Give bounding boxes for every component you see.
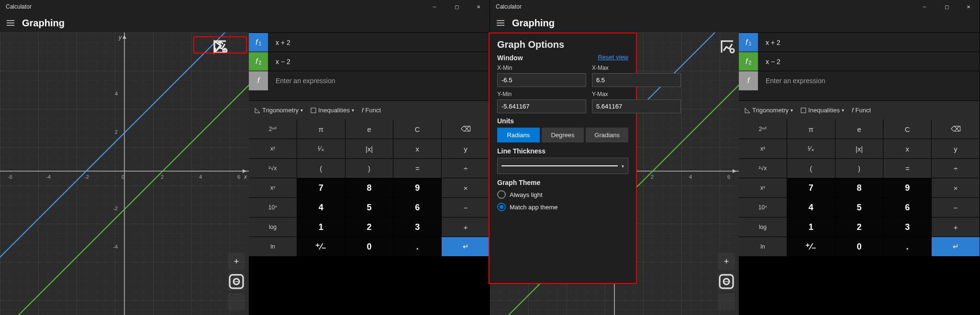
key-abs[interactable]: |x|	[835, 139, 883, 158]
key-ln[interactable]: ln	[739, 237, 787, 256]
key-6[interactable]: 6	[883, 198, 931, 217]
key-divide[interactable]: ÷	[932, 159, 980, 178]
key-reciprocal[interactable]: ¹⁄ₓ	[787, 139, 835, 158]
fit-view-button[interactable]	[718, 293, 735, 310]
key-abs[interactable]: |x|	[345, 139, 393, 158]
category-trigonometry[interactable]: Trigonometry▾	[742, 107, 796, 114]
key-plus[interactable]: +	[932, 217, 980, 237]
xmin-input[interactable]	[497, 73, 586, 87]
key-2[interactable]: 2	[835, 217, 883, 237]
key-minus[interactable]: −	[932, 198, 980, 217]
key-x-to-y[interactable]: xʸ	[739, 178, 787, 197]
key-enter[interactable]: ↵	[932, 237, 980, 256]
theme-always-light[interactable]: Always light	[497, 190, 628, 199]
function-row[interactable]: f2 x − 2	[739, 52, 980, 71]
key-open-paren[interactable]: (	[787, 159, 835, 178]
maximize-button[interactable]: ▢	[445, 0, 468, 13]
category-trigonometry[interactable]: Trigonometry▾	[252, 107, 306, 114]
minimize-button[interactable]: ─	[423, 0, 445, 13]
key-sqrt[interactable]: ²√x	[739, 159, 787, 178]
key-var-y[interactable]: y	[932, 139, 980, 158]
category-functions[interactable]: fFunct	[849, 107, 874, 114]
close-button[interactable]: ✕	[468, 0, 490, 13]
function-row[interactable]: f Enter an expression	[739, 71, 980, 90]
key-8[interactable]: 8	[345, 178, 393, 197]
key-close-paren[interactable]: )	[835, 159, 883, 178]
units-degrees[interactable]: Degrees	[542, 128, 584, 142]
key-decimal[interactable]: .	[393, 237, 441, 256]
theme-match-app[interactable]: Match app theme	[497, 203, 628, 211]
key-equals[interactable]: =	[393, 159, 441, 178]
units-gradians[interactable]: Gradians	[586, 128, 628, 142]
key-10-x[interactable]: 10ˣ	[249, 198, 297, 217]
key-ln[interactable]: ln	[249, 237, 297, 256]
key-var-x[interactable]: x	[393, 139, 441, 158]
key-3[interactable]: 3	[393, 217, 441, 237]
key-negate[interactable]: ⁺⁄₋	[787, 237, 835, 256]
key-9[interactable]: 9	[883, 178, 931, 197]
graph-canvas[interactable]: y x -6 -4 -2 0 2 4 6 4 2 -2 -4	[0, 33, 249, 315]
key-9[interactable]: 9	[393, 178, 441, 197]
key-7[interactable]: 7	[787, 178, 835, 197]
function-row[interactable]: f2 x − 2	[249, 52, 490, 71]
key-log[interactable]: log	[249, 217, 297, 237]
category-inequalities[interactable]: Inequalities▾	[798, 107, 847, 114]
function-row[interactable]: f1 x + 2	[249, 33, 490, 52]
key-5[interactable]: 5	[835, 198, 883, 217]
key-plus[interactable]: +	[442, 217, 490, 237]
key-5[interactable]: 5	[345, 198, 393, 217]
key-multiply[interactable]: ×	[442, 178, 490, 197]
key-clear[interactable]: C	[393, 119, 441, 139]
key-log[interactable]: log	[739, 217, 787, 237]
reset-view-link[interactable]: Reset view	[598, 54, 628, 61]
key-backspace[interactable]: ⌫	[442, 119, 490, 139]
fit-view-button[interactable]	[228, 293, 245, 310]
function-row[interactable]: f1 x + 2	[739, 33, 980, 52]
graph-canvas[interactable]: -6 -4 -2 2 4 6 -4 + − Graph Options	[490, 33, 739, 315]
minimize-button[interactable]: ─	[913, 0, 935, 13]
key-enter[interactable]: ↵	[442, 237, 490, 256]
key-decimal[interactable]: .	[883, 237, 931, 256]
key-backspace[interactable]: ⌫	[932, 119, 980, 139]
key-equals[interactable]: =	[883, 159, 931, 178]
key-second[interactable]: 2ⁿᵈ	[249, 119, 297, 139]
key-x-to-y[interactable]: xʸ	[249, 178, 297, 197]
ymax-input[interactable]	[592, 99, 681, 113]
key-var-x[interactable]: x	[883, 139, 931, 158]
maximize-button[interactable]: ▢	[935, 0, 958, 13]
key-minus[interactable]: −	[442, 198, 490, 217]
ymin-input[interactable]	[497, 99, 586, 113]
key-sqrt[interactable]: ²√x	[249, 159, 297, 178]
key-close-paren[interactable]: )	[345, 159, 393, 178]
key-0[interactable]: 0	[345, 237, 393, 256]
key-3[interactable]: 3	[883, 217, 931, 237]
key-8[interactable]: 8	[835, 178, 883, 197]
key-multiply[interactable]: ×	[932, 178, 980, 197]
nav-menu-icon[interactable]	[5, 17, 16, 29]
function-row[interactable]: f Enter an expression	[249, 71, 490, 90]
key-open-paren[interactable]: (	[297, 159, 345, 178]
key-4[interactable]: 4	[297, 198, 345, 217]
key-4[interactable]: 4	[787, 198, 835, 217]
key-x-squared[interactable]: x²	[739, 139, 787, 158]
key-2[interactable]: 2	[345, 217, 393, 237]
category-functions[interactable]: fFunct	[359, 107, 384, 114]
units-radians[interactable]: Radians	[497, 128, 540, 142]
key-10-x[interactable]: 10ˣ	[739, 198, 787, 217]
nav-menu-icon[interactable]	[495, 17, 506, 29]
key-second[interactable]: 2ⁿᵈ	[739, 119, 787, 139]
key-7[interactable]: 7	[297, 178, 345, 197]
key-1[interactable]: 1	[297, 217, 345, 237]
key-e[interactable]: e	[835, 119, 883, 139]
xmax-input[interactable]	[592, 73, 681, 87]
key-negate[interactable]: ⁺⁄₋	[297, 237, 345, 256]
line-thickness-select[interactable]: ▾	[497, 158, 628, 174]
key-clear[interactable]: C	[883, 119, 931, 139]
graph-options-icon[interactable]	[720, 39, 735, 54]
key-reciprocal[interactable]: ¹⁄ₓ	[297, 139, 345, 158]
key-0[interactable]: 0	[835, 237, 883, 256]
key-divide[interactable]: ÷	[442, 159, 490, 178]
key-pi[interactable]: π	[297, 119, 345, 139]
key-6[interactable]: 6	[393, 198, 441, 217]
key-e[interactable]: e	[345, 119, 393, 139]
